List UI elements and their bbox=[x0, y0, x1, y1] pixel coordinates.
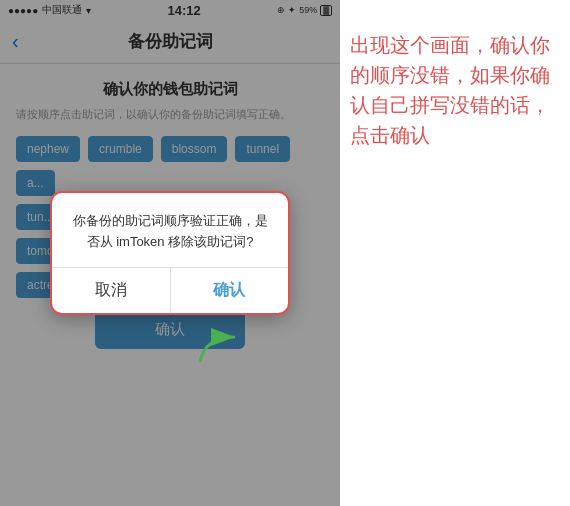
dialog-content: 你备份的助记词顺序验证正确，是否从 imToken 移除该助记词? bbox=[52, 193, 288, 267]
dialog-box: 你备份的助记词顺序验证正确，是否从 imToken 移除该助记词? 取消 确认 bbox=[50, 191, 290, 315]
phone-screen: ●●●●● 中国联通 ▾ 14:12 ⊕ ✦ 59% ▓ ‹ 备份助记词 确认你… bbox=[0, 0, 340, 506]
dialog-overlay: 你备份的助记词顺序验证正确，是否从 imToken 移除该助记词? 取消 确认 bbox=[0, 0, 340, 506]
dialog-actions: 取消 确认 bbox=[52, 268, 288, 313]
dialog-message: 你备份的助记词顺序验证正确，是否从 imToken 移除该助记词? bbox=[68, 211, 272, 253]
annotation-text: 出现这个画面，确认你的顺序没错，如果你确认自己拼写没错的话，点击确认 bbox=[350, 30, 556, 150]
arrow-icon bbox=[195, 327, 245, 371]
annotation-area: 出现这个画面，确认你的顺序没错，如果你确认自己拼写没错的话，点击确认 bbox=[340, 0, 570, 506]
dialog-ok-button[interactable]: 确认 bbox=[171, 268, 289, 313]
dialog-cancel-button[interactable]: 取消 bbox=[52, 268, 171, 313]
